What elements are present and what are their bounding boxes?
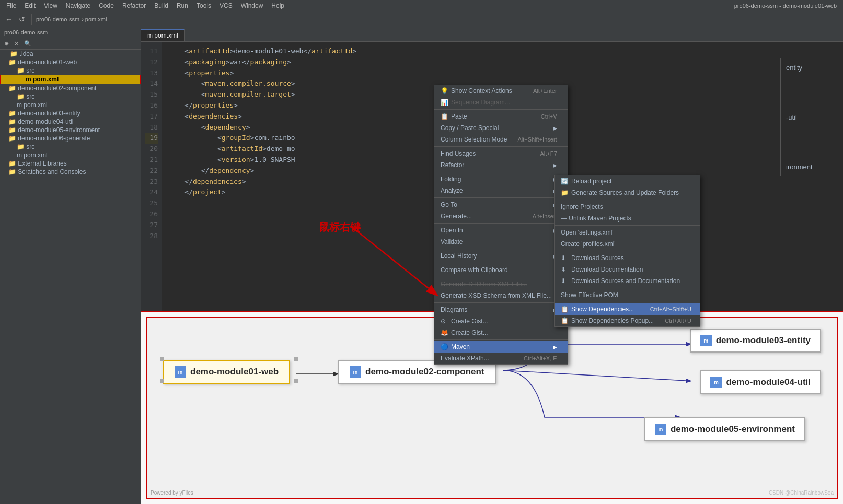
tree-module03[interactable]: 📁 demo-module03-entity	[0, 109, 141, 118]
sidebar: pro06-demo-ssm ⊕ ✕ 🔍 📁 .idea 📁 demo-modu…	[0, 27, 141, 504]
menu-code[interactable]: Code	[95, 1, 118, 10]
menu-run[interactable]: Run	[172, 1, 192, 10]
menu-bar: File Edit View Navigate Code Refactor Bu…	[0, 0, 843, 11]
right-label-entity: entity	[786, 64, 838, 72]
menu-file[interactable]: File	[2, 1, 20, 10]
project-name: pro06-demo-ssm	[36, 16, 79, 22]
cm-open-in[interactable]: Open In ▶	[434, 225, 568, 236]
handle-3	[294, 357, 298, 361]
tree-scratches[interactable]: 📁 Scratches and Consoles	[0, 168, 141, 176]
cm-create-gist-2[interactable]: 🦊Create Gist...	[434, 327, 568, 338]
node-label-web: demo-module01-web	[190, 367, 279, 377]
cm-sequence-diagram: 📊Sequence Diagram...	[434, 97, 568, 108]
toolbar-back[interactable]: ←	[3, 14, 15, 25]
cm-generate-dtd: Generate DTD from XML File...	[434, 278, 568, 290]
menu-help[interactable]: Help	[267, 1, 288, 10]
module-icon-util: m	[710, 377, 722, 388]
tree-module06[interactable]: 📁 demo-module06-generate	[0, 134, 141, 143]
menu-vcs[interactable]: VCS	[215, 1, 237, 10]
diagram-node-web: m demo-module01-web	[163, 360, 290, 384]
tree-pom-2[interactable]: m pom.xml	[0, 101, 141, 109]
module-icon-web: m	[175, 366, 186, 378]
cm-create-gist-1[interactable]: ⊙Create Gist...	[434, 315, 568, 327]
sm-create-profiles[interactable]: Create 'profiles.xml'	[555, 238, 700, 250]
tree-module02[interactable]: 📁 demo-module02-component	[0, 84, 141, 92]
deps-icon: 📋	[561, 306, 569, 313]
diagram-node-entity: m demo-module03-entity	[690, 329, 821, 353]
sm-ignore[interactable]: Ignore Projects	[555, 201, 700, 213]
tree-src-1[interactable]: 📁 src	[0, 66, 141, 75]
node-label-environment: demo-module05-environment	[671, 424, 795, 435]
editor-tabs: m pom.xml	[141, 27, 843, 42]
tree-src-3[interactable]: 📁 src	[0, 143, 141, 151]
cm-column-selection[interactable]: Column Selection Mode Alt+Shift+Insert	[434, 134, 568, 145]
generate-icon: 📁	[561, 189, 569, 196]
cm-compare-clipboard[interactable]: Compare with Clipboard	[434, 264, 568, 276]
menu-edit[interactable]: Edit	[20, 1, 40, 10]
sm-unlink[interactable]: — Unlink Maven Projects	[555, 213, 700, 224]
tree-module04[interactable]: 📁 demo-module04-util	[0, 118, 141, 126]
diagram-icon: 📊	[441, 99, 449, 106]
sidebar-btn-3[interactable]: 🔍	[22, 39, 33, 48]
tree-ext-libs[interactable]: 📁 External Libraries	[0, 159, 141, 168]
sidebar-btn-2[interactable]: ✕	[12, 39, 21, 48]
cm-generate-xsd[interactable]: Generate XSD Schema from XML File...	[434, 290, 568, 301]
cm-folding[interactable]: Folding ▶	[434, 173, 568, 185]
breadcrumb: › pom.xml	[82, 16, 107, 22]
menu-refactor[interactable]: Refactor	[118, 1, 150, 10]
handle-2	[160, 379, 164, 383]
sub-menu-maven: 🔄Reload project 📁Generate Sources and Up…	[554, 175, 700, 327]
cm-validate[interactable]: Validate	[434, 236, 568, 248]
sm-reload[interactable]: 🔄Reload project	[555, 175, 700, 187]
cm-diagrams[interactable]: Diagrams ▶	[434, 304, 568, 315]
menu-view[interactable]: View	[40, 1, 62, 10]
cm-find-usages[interactable]: Find Usages Alt+F7	[434, 148, 568, 159]
toolbar: ← ↺ pro06-demo-ssm › pom.xml	[0, 11, 843, 27]
tree-pom-3[interactable]: m pom.xml	[0, 151, 141, 159]
cm-goto[interactable]: Go To ▶	[434, 199, 568, 210]
tree-module05[interactable]: 📁 demo-module05-environment	[0, 126, 141, 134]
sidebar-btn-1[interactable]: ⊕	[2, 39, 11, 48]
handle-4	[294, 379, 298, 383]
menu-tools[interactable]: Tools	[192, 1, 215, 10]
tree-module01-web[interactable]: 📁 demo-module01-web	[0, 58, 141, 66]
svg-line-7	[503, 370, 686, 381]
module-icon-component: m	[350, 366, 361, 378]
download-doc-icon: ⬇	[561, 266, 569, 273]
toolbar-refresh[interactable]: ↺	[17, 14, 27, 25]
tree-idea[interactable]: 📁 .idea	[0, 50, 141, 58]
cm-paste[interactable]: 📋Paste Ctrl+V	[434, 111, 568, 122]
tree-src-2[interactable]: 📁 src	[0, 92, 141, 101]
handle-1	[160, 357, 164, 361]
folder-icon: 📁	[8, 58, 16, 66]
module-icon-entity: m	[700, 335, 712, 346]
tree-pom-selected[interactable]: m pom.xml	[0, 75, 141, 84]
download-icon: ⬇	[561, 254, 569, 262]
cm-generate[interactable]: Generate... Alt+Insert	[434, 210, 568, 222]
menu-build[interactable]: Build	[150, 1, 172, 10]
deps-popup-icon: 📋	[561, 317, 569, 324]
sm-generate-sources[interactable]: 📁Generate Sources and Update Folders	[555, 187, 700, 198]
cm-local-history[interactable]: Local History ▶	[434, 250, 568, 262]
cm-copy-paste-special[interactable]: Copy / Paste Special ▶	[434, 122, 568, 134]
sm-download-both[interactable]: ⬇Download Sources and Documentation	[555, 275, 700, 287]
sidebar-header: pro06-demo-ssm	[0, 27, 141, 38]
sm-show-effective[interactable]: Show Effective POM	[555, 289, 700, 301]
node-label-component: demo-module02-component	[365, 367, 484, 377]
editor-tab-pom[interactable]: m pom.xml	[141, 29, 185, 41]
cm-maven[interactable]: 🔵Maven ▶	[434, 341, 568, 353]
node-label-util: demo-module04-util	[726, 377, 811, 388]
cm-analyze[interactable]: Analyze ▶	[434, 185, 568, 196]
cm-refactor[interactable]: Refactor ▶	[434, 159, 568, 171]
reload-icon: 🔄	[561, 178, 569, 185]
menu-navigate[interactable]: Navigate	[62, 1, 95, 10]
csdn-watermark: CSDN @ChinaRainbowSea	[769, 490, 834, 496]
sm-show-deps-popup[interactable]: 📋Show Dependencies Popup... Ctrl+Alt+U	[555, 315, 700, 326]
sm-download-sources[interactable]: ⬇Download Sources	[555, 252, 700, 264]
sm-open-settings[interactable]: Open 'settings.xml'	[555, 227, 700, 238]
menu-window[interactable]: Window	[237, 1, 268, 10]
sm-download-docs[interactable]: ⬇Download Documentation	[555, 264, 700, 275]
cm-evaluate-xpath[interactable]: Evaluate XPath... Ctrl+Alt+X, E	[434, 353, 568, 364]
sm-show-dependencies[interactable]: 📋Show Dependencies... Ctrl+Alt+Shift+U	[555, 303, 700, 315]
cm-show-context[interactable]: 💡Show Context Actions Alt+Enter	[434, 85, 568, 97]
